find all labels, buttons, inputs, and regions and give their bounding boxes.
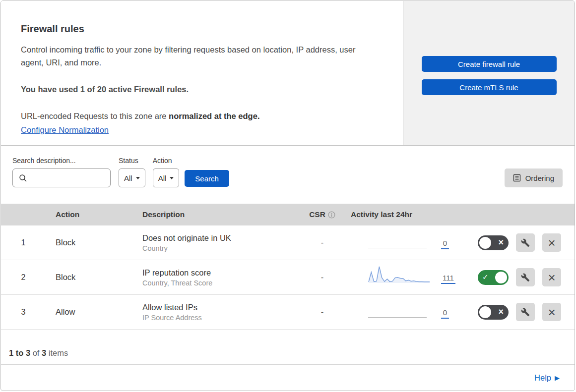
rule-priority: 2 [1, 273, 46, 282]
intro-panel: Firewall rules Control incoming traffic … [1, 1, 403, 145]
rule-activity-cell: 0 [351, 229, 472, 256]
status-label: Status [119, 157, 145, 165]
rule-fields: Country, Threat Score [142, 279, 294, 287]
rule-csr: - [294, 238, 351, 247]
rule-activity-cell: 111 [351, 264, 472, 290]
normalization-note: URL-encoded Requests to this zone are no… [21, 110, 373, 122]
status-filter-group: Status All [119, 157, 145, 187]
search-label: Search description... [12, 157, 111, 165]
x-icon: × [498, 238, 504, 247]
rule-action: Allow [46, 307, 132, 317]
rule-description: Does not originate in UK [142, 233, 294, 243]
rules-table: Action Description CSR Activity last 24h… [1, 204, 575, 330]
close-icon: × [548, 236, 555, 249]
x-icon: × [498, 307, 504, 316]
activity-count-link[interactable]: 0 [441, 239, 449, 249]
create-firewall-rule-button[interactable]: Create firewall rule [422, 56, 557, 72]
column-header-action: Action [46, 210, 132, 219]
arrow-right-icon: ▶ [555, 374, 560, 382]
check-icon: ✓ [482, 273, 489, 280]
rule-activity-cell: 0 [351, 299, 472, 325]
rule-description-cell: IP reputation score Country, Threat Scor… [132, 268, 294, 287]
table-row: 3 Allow Allow listed IPs IP Source Addre… [1, 295, 575, 330]
close-icon: × [548, 306, 555, 319]
help-bar: Help ▶ [1, 365, 575, 391]
info-icon[interactable] [328, 211, 335, 219]
rule-description-cell: Does not originate in UK Country [132, 233, 294, 252]
search-button[interactable]: Search [185, 170, 229, 187]
status-select[interactable]: All [119, 168, 145, 187]
page-title: Firewall rules [21, 23, 373, 35]
create-mtls-rule-button[interactable]: Create mTLS rule [422, 79, 557, 95]
edit-rule-button[interactable] [516, 233, 535, 252]
chevron-down-icon [170, 177, 174, 179]
rule-description: Allow listed IPs [142, 303, 294, 312]
rule-csr: - [294, 273, 351, 282]
rule-controls: ✓ × × [472, 303, 575, 321]
close-icon: × [548, 271, 555, 284]
wrench-icon [521, 273, 530, 282]
help-link[interactable]: Help ▶ [534, 373, 560, 383]
header-section: Firewall rules Control incoming traffic … [1, 1, 575, 146]
activity-sparkline [368, 264, 430, 284]
rule-priority: 1 [1, 238, 46, 247]
rule-controls: ✓ × × [472, 268, 575, 286]
search-input[interactable] [12, 168, 111, 187]
chevron-down-icon [136, 177, 140, 179]
action-select[interactable]: All [153, 168, 180, 187]
rule-enabled-toggle[interactable]: ✓ × [478, 270, 509, 285]
firewall-rules-card: Firewall rules Control incoming traffic … [0, 0, 575, 391]
configure-normalization-link[interactable]: Configure Normalization [21, 125, 109, 135]
rule-priority: 3 [1, 308, 46, 317]
rule-description-cell: Allow listed IPs IP Source Address [132, 303, 294, 322]
delete-rule-button[interactable]: × [542, 268, 561, 286]
table-row: 1 Block Does not originate in UK Country… [1, 225, 575, 260]
delete-rule-button[interactable]: × [542, 303, 561, 321]
search-group: Search description... [12, 157, 111, 187]
column-header-csr: CSR [294, 210, 351, 219]
rule-enabled-toggle[interactable]: ✓ × [478, 305, 509, 320]
rule-action: Block [46, 273, 132, 282]
toggle-knob [495, 272, 507, 283]
activity-count-link[interactable]: 111 [441, 274, 455, 284]
activity-sparkline [368, 299, 430, 319]
delete-rule-button[interactable]: × [542, 233, 561, 252]
ordering-button[interactable]: Ordering [505, 168, 563, 187]
edit-rule-button[interactable] [516, 303, 535, 321]
column-header-description: Description [132, 210, 294, 219]
rule-action: Block [46, 238, 132, 247]
column-header-activity: Activity last 24hr [351, 210, 472, 219]
rule-fields: IP Source Address [142, 314, 294, 322]
rule-csr: - [294, 307, 351, 317]
actions-panel: Create firewall rule Create mTLS rule [403, 1, 575, 145]
page-description: Control incoming traffic to your zone by… [21, 43, 373, 69]
edit-rule-button[interactable] [516, 268, 535, 286]
wrench-icon [521, 238, 530, 247]
usage-statement: You have used 1 of 20 active Firewall ru… [21, 83, 373, 96]
activity-count-link[interactable]: 0 [441, 308, 449, 319]
wrench-icon [521, 308, 530, 317]
rule-enabled-toggle[interactable]: ✓ × [478, 235, 509, 250]
ordering-icon [513, 174, 521, 182]
rule-fields: Country [142, 244, 294, 252]
action-filter-group: Action All [153, 157, 180, 187]
pagination-summary: 1 to 3 of 3 items [1, 330, 575, 365]
toggle-knob [479, 237, 491, 249]
table-header-row: Action Description CSR Activity last 24h… [1, 204, 575, 225]
activity-sparkline [368, 229, 430, 249]
rule-description: IP reputation score [142, 268, 294, 278]
filter-bar: Search description... Status All Action … [1, 146, 575, 204]
search-icon [19, 174, 27, 182]
rule-controls: ✓ × × [472, 233, 575, 252]
table-row: 2 Block IP reputation score Country, Thr… [1, 260, 575, 295]
action-label: Action [153, 157, 180, 165]
toggle-knob [479, 306, 491, 318]
